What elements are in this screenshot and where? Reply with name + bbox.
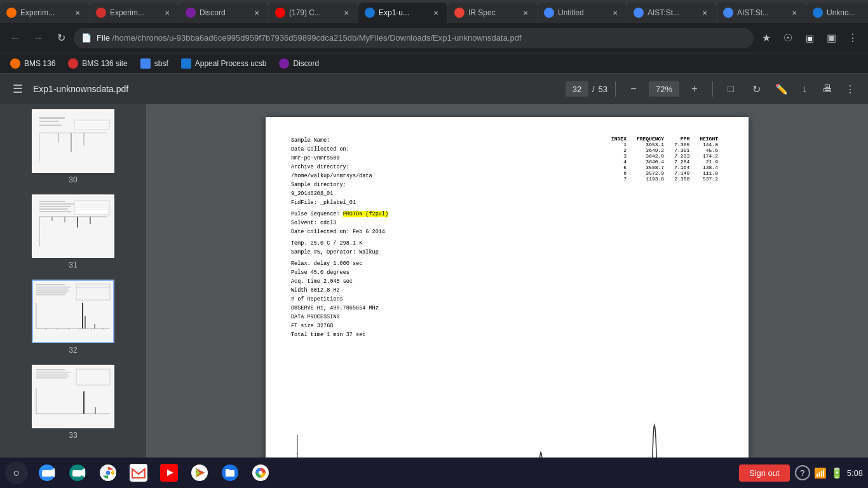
tab-7-close[interactable]: ✕: [610, 8, 620, 18]
page-number-input[interactable]: [566, 81, 588, 97]
svg-rect-57: [36, 372, 71, 373]
tab-1[interactable]: Experim... ✕: [0, 3, 89, 23]
pdf-title: Exp1-unknownsdata.pdf: [33, 84, 560, 94]
tab-6-label: IR Spec: [468, 8, 517, 17]
thumbnail-31[interactable]: 31: [5, 194, 141, 269]
taskbar-app-youtube[interactable]: [155, 459, 183, 487]
svg-rect-60: [36, 377, 67, 379]
tab-4-close[interactable]: ✕: [341, 8, 351, 18]
tab-2[interactable]: Experim... ✕: [90, 3, 179, 23]
zoom-input[interactable]: [649, 81, 679, 97]
archive-path-line: /home/walkup/vnmrsys/data: [291, 172, 388, 180]
pdf-toolbar-right: ✏️ ↓ 🖶 ⋮: [771, 79, 860, 99]
pdf-menu-button[interactable]: ☰: [8, 79, 28, 99]
tab-6-close[interactable]: ✕: [520, 8, 531, 18]
svg-rect-131: [226, 469, 229, 471]
tab-9-close[interactable]: ✕: [789, 8, 799, 18]
bookmark-star-button[interactable]: ★: [756, 28, 776, 48]
bookmark-bms136site[interactable]: BMS 136 site: [63, 56, 132, 71]
thumbnail-31-sketch: [33, 196, 113, 257]
tab-3[interactable]: Discord ✕: [179, 3, 268, 23]
thumbnail-33[interactable]: 33: [5, 365, 141, 440]
tab-5-close[interactable]: ✕: [431, 8, 441, 18]
tab-5[interactable]: Exp1-u... ✕: [358, 3, 447, 23]
nmr-table: INDEX FREQUENCY PPM HEIGHT 1: [606, 136, 723, 182]
total-pages: 53: [599, 85, 607, 94]
tab-10[interactable]: Unkno... ✕: [806, 3, 868, 23]
extensions-button[interactable]: ▣: [799, 28, 820, 48]
solvent-line: Solvent: cdcl3: [291, 219, 388, 227]
sign-out-button[interactable]: Sign out: [739, 464, 790, 482]
tab-6[interactable]: IR Spec ✕: [448, 3, 537, 23]
taskbar-app-chrome[interactable]: [94, 459, 122, 487]
tab-9-favicon: [723, 8, 733, 18]
archive-dir-line: Archive directory:: [291, 163, 388, 172]
more-options-button[interactable]: ⋮: [840, 79, 860, 99]
tab-8[interactable]: AIST:St... ✕: [627, 3, 716, 23]
edit-button[interactable]: ✏️: [771, 79, 792, 99]
forward-button[interactable]: →: [28, 28, 48, 48]
help-icon[interactable]: ?: [795, 465, 810, 480]
screenshot-button[interactable]: ▣: [821, 28, 841, 48]
svg-rect-55: [33, 366, 113, 427]
thumbnail-31-img: [32, 194, 114, 258]
svg-rect-16: [39, 203, 74, 205]
bookmark-appeal[interactable]: Appeal Process ucsb: [176, 56, 272, 71]
taskbar-launcher-button[interactable]: ○: [5, 461, 28, 484]
download-button[interactable]: ↓: [794, 79, 815, 99]
svg-rect-36: [36, 290, 69, 292]
width-line: Width 6012.8 Hz: [291, 286, 388, 295]
taskbar-app-photos[interactable]: [247, 459, 275, 487]
svg-rect-17: [39, 206, 71, 207]
settings-button[interactable]: ⋮: [843, 28, 863, 48]
svg-rect-37: [36, 292, 67, 294]
bookmark-discord[interactable]: Discord: [274, 56, 324, 71]
svg-rect-35: [36, 288, 68, 290]
fit-page-button[interactable]: □: [721, 79, 741, 99]
bookmark-bms136[interactable]: BMS 136: [5, 56, 60, 71]
profiles-button[interactable]: ☉: [778, 28, 798, 48]
bookmark-bms136-label: BMS 136: [24, 59, 55, 68]
taskbar-app-playstore[interactable]: [186, 459, 214, 487]
taskbar-app-gmail[interactable]: [125, 459, 153, 487]
rotate-button[interactable]: ↻: [746, 79, 766, 99]
tab-8-close[interactable]: ✕: [700, 8, 710, 18]
tab-2-label: Experim...: [110, 8, 158, 17]
tab-2-favicon: [96, 8, 106, 18]
zoom-out-button[interactable]: −: [623, 79, 644, 99]
bookmark-sbsf-favicon: [140, 58, 151, 69]
taskbar-app-meet[interactable]: [64, 459, 92, 487]
tab-1-close[interactable]: ✕: [72, 8, 83, 18]
tab-4-label: (179) C...: [289, 8, 337, 17]
back-button[interactable]: ←: [5, 28, 25, 48]
thumbnail-32[interactable]: 32: [5, 280, 141, 355]
refresh-button[interactable]: ↻: [51, 28, 71, 48]
tab-2-close[interactable]: ✕: [162, 8, 172, 18]
taskbar-app-drive[interactable]: [216, 459, 244, 487]
data-collected-line: Data Collected on:: [291, 145, 388, 154]
operator-line: Sample #5, Operator: Walkup: [291, 248, 388, 257]
bookmark-appeal-label: Appeal Process ucsb: [195, 59, 267, 68]
tab-7[interactable]: Untitled ✕: [538, 3, 627, 23]
pdf-main[interactable]: Sample Name: Data Collected on: nmr-pc-v…: [146, 104, 868, 458]
col-frequency: FREQUENCY: [632, 136, 669, 142]
temp-line: Temp. 25.0 C / 298.1 K: [291, 239, 388, 248]
tab-4[interactable]: (179) C... ✕: [269, 3, 358, 23]
thumbnail-30-img: [32, 109, 114, 173]
browser-chrome: Experim... ✕ Experim... ✕ Discord ✕ (179…: [0, 0, 868, 488]
bookmark-sbsf[interactable]: sbsf: [135, 56, 173, 71]
print-button[interactable]: 🖶: [817, 79, 837, 99]
url-file-icon: 📄: [81, 33, 92, 43]
tab-9[interactable]: AIST:St... ✕: [717, 3, 806, 23]
svg-rect-58: [36, 374, 68, 375]
tab-8-label: AIST:St...: [648, 8, 696, 17]
pulse-line: Pulse 45.0 degrees: [291, 268, 388, 277]
url-bar[interactable]: 📄 File /home/chronos/u-93bba6ad6ce995d95…: [74, 28, 754, 48]
tab-3-close[interactable]: ✕: [252, 8, 262, 18]
thumbnail-30[interactable]: 30: [5, 109, 141, 184]
taskbar-app-zoom[interactable]: [33, 459, 61, 487]
tab-8-favicon: [634, 8, 644, 18]
zoom-in-button[interactable]: +: [684, 79, 705, 99]
tab-1-favicon: [6, 8, 17, 18]
pulse-seq-line: Pulse Sequence: PROTON (f2pul): [291, 210, 388, 219]
